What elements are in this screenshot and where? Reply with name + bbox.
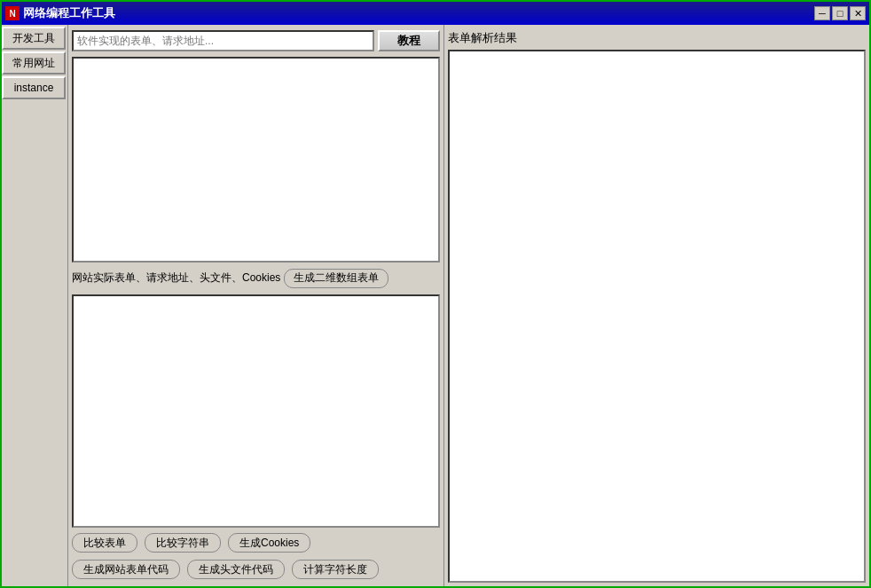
sidebar-item-common-urls[interactable]: 常用网址 <box>2 51 66 74</box>
sidebar-item-instance[interactable]: instance <box>2 76 66 99</box>
middle-label-row: 网站实际表单、请求地址、头文件、Cookies 生成二维数组表单 <box>72 266 440 291</box>
tutorial-button[interactable]: 教程 <box>378 30 440 51</box>
result-label: 表单解析结果 <box>448 28 866 50</box>
title-bar-left: N 网络编程工作工具 <box>5 5 115 21</box>
generate-cookies-button[interactable]: 生成Cookies <box>228 533 310 553</box>
generate-header-code-button[interactable]: 生成头文件代码 <box>187 560 285 579</box>
top-section: 教程 <box>72 28 440 263</box>
calc-string-length-button[interactable]: 计算字符长度 <box>292 560 379 579</box>
button-row-1: 比较表单 比较字符串 生成Cookies <box>72 531 440 554</box>
main-window: N 网络编程工作工具 ─ □ ✕ 开发工具 常用网址 instance 教程 <box>0 0 871 588</box>
sidebar: 开发工具 常用网址 instance <box>2 25 68 586</box>
center-panel: 教程 网站实际表单、请求地址、头文件、Cookies 生成二维数组表单 比较表单… <box>68 25 443 586</box>
maximize-button[interactable]: □ <box>832 6 848 20</box>
button-row-2: 生成网站表单代码 生成头文件代码 计算字符长度 <box>72 558 440 581</box>
title-bar: N 网络编程工作工具 ─ □ ✕ <box>2 2 869 25</box>
close-button[interactable]: ✕ <box>850 6 866 20</box>
result-area <box>448 50 866 583</box>
generate-website-form-button[interactable]: 生成网站表单代码 <box>72 560 180 579</box>
compare-form-button[interactable]: 比较表单 <box>72 533 137 553</box>
minimize-button[interactable]: ─ <box>814 6 830 20</box>
main-content: 开发工具 常用网址 instance 教程 网站实际表单、请求地址、头文件、Co… <box>2 25 869 586</box>
url-row: 教程 <box>72 28 440 53</box>
sidebar-item-dev-tools[interactable]: 开发工具 <box>2 27 66 50</box>
middle-label: 网站实际表单、请求地址、头文件、Cookies <box>72 270 280 286</box>
url-input[interactable] <box>72 30 374 51</box>
bottom-textarea[interactable] <box>72 294 440 529</box>
title-buttons: ─ □ ✕ <box>814 6 866 20</box>
compare-string-button[interactable]: 比较字符串 <box>145 533 221 553</box>
window-title: 网络编程工作工具 <box>23 5 115 21</box>
generate-2d-array-button[interactable]: 生成二维数组表单 <box>284 269 388 288</box>
bottom-section <box>72 294 440 529</box>
app-icon: N <box>5 6 20 20</box>
top-textarea[interactable] <box>72 57 440 263</box>
result-panel: 表单解析结果 <box>443 25 869 586</box>
